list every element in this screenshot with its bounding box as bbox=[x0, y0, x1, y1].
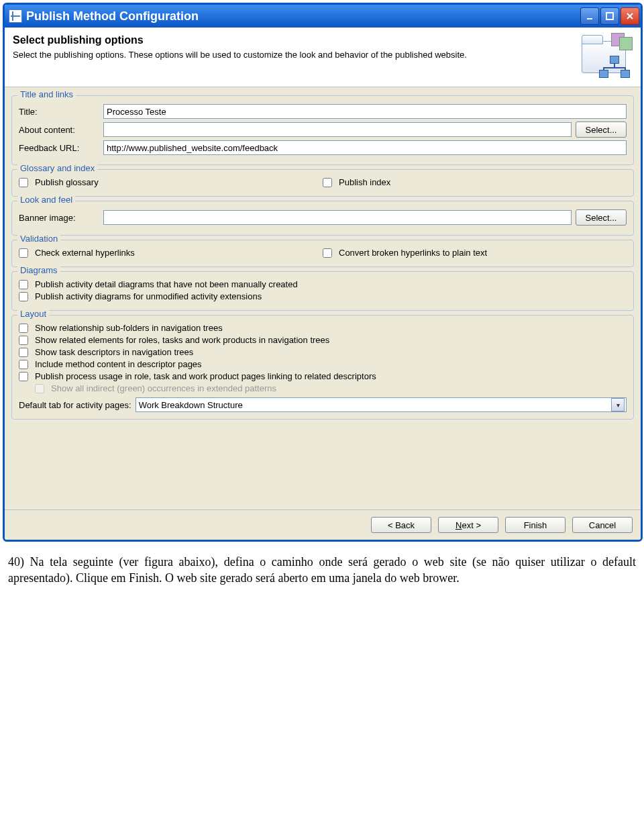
wizard-description: Select the publishing options. These opt… bbox=[13, 49, 574, 61]
group-layout: Layout Show relationship sub-folders in … bbox=[11, 315, 634, 420]
banner-label: Banner image: bbox=[19, 213, 99, 223]
layout-opt1-label: Show relationship sub-folders in navigat… bbox=[35, 323, 223, 333]
svg-rect-0 bbox=[587, 18, 592, 19]
layout-opt3-label: Show task descriptors in navigation tree… bbox=[35, 347, 193, 357]
svg-rect-1 bbox=[606, 13, 613, 19]
publish-index-label: Publish index bbox=[339, 177, 390, 187]
wizard-content: Title and links Title: About content: Se… bbox=[5, 87, 641, 509]
convert-broken-checkbox[interactable] bbox=[323, 248, 332, 258]
group-legend: Look and feel bbox=[17, 195, 75, 205]
group-title-links: Title and links Title: About content: Se… bbox=[11, 95, 634, 165]
default-tab-select[interactable]: Work Breakdown Structure ▾ bbox=[136, 397, 627, 412]
title-input[interactable] bbox=[103, 104, 627, 119]
group-glossary: Glossary and index Publish glossary Publ… bbox=[11, 169, 634, 197]
about-label: About content: bbox=[19, 125, 99, 135]
group-validation: Validation Check external hyperlinks Con… bbox=[11, 240, 634, 267]
group-legend: Title and links bbox=[17, 89, 76, 99]
check-external-label: Check external hyperlinks bbox=[35, 248, 135, 258]
group-legend: Diagrams bbox=[17, 265, 60, 275]
diagrams-opt2-checkbox[interactable] bbox=[19, 292, 28, 301]
diagrams-opt1-checkbox[interactable] bbox=[19, 280, 28, 289]
publish-glossary-checkbox[interactable] bbox=[19, 178, 28, 187]
chevron-down-icon: ▾ bbox=[611, 398, 625, 411]
close-button[interactable] bbox=[621, 7, 639, 25]
minimize-button[interactable] bbox=[580, 7, 599, 25]
wizard-header: Select publishing options Select the pub… bbox=[5, 28, 641, 87]
group-legend: Layout bbox=[17, 309, 49, 319]
app-icon bbox=[9, 9, 22, 23]
group-look: Look and feel Banner image: Select... bbox=[11, 201, 634, 236]
next-button-rest: ext > bbox=[462, 520, 481, 530]
titlebar[interactable]: Publish Method Configuration bbox=[5, 5, 641, 28]
diagrams-opt1-label: Publish activity detail diagrams that ha… bbox=[35, 279, 298, 289]
layout-opt4-checkbox[interactable] bbox=[19, 360, 28, 369]
banner-input[interactable] bbox=[103, 210, 572, 225]
layout-opt1-checkbox[interactable] bbox=[19, 324, 28, 333]
instruction-caption: 40) Na tela seguinte (ver figura abaixo)… bbox=[0, 544, 644, 605]
layout-opt2-label: Show related elements for roles, tasks a… bbox=[35, 335, 329, 345]
publish-index-checkbox[interactable] bbox=[323, 178, 332, 187]
title-label: Title: bbox=[19, 107, 99, 117]
feedback-input[interactable] bbox=[103, 140, 627, 155]
back-button[interactable]: < Back bbox=[371, 517, 431, 533]
about-input[interactable] bbox=[103, 122, 572, 137]
layout-opt5-label: Publish process usage in role, task and … bbox=[35, 371, 376, 381]
layout-opt6-checkbox bbox=[35, 384, 44, 393]
finish-button[interactable]: Finish bbox=[505, 517, 566, 533]
cancel-button[interactable]: Cancel bbox=[572, 517, 633, 533]
wizard-heading: Select publishing options bbox=[13, 34, 574, 46]
layout-opt6-label: Show all indirect (green) occurrences in… bbox=[51, 383, 276, 393]
diagrams-opt2-label: Publish activity diagrams for unmodified… bbox=[35, 291, 262, 301]
group-legend: Validation bbox=[17, 234, 60, 244]
publish-glossary-label: Publish glossary bbox=[35, 177, 99, 187]
default-tab-label: Default tab for activity pages: bbox=[19, 400, 131, 410]
spacer bbox=[10, 424, 635, 504]
group-diagrams: Diagrams Publish activity detail diagram… bbox=[11, 271, 634, 311]
window-title: Publish Method Configuration bbox=[26, 9, 580, 23]
wizard-footer: < Back Next > Finish Cancel bbox=[5, 509, 641, 540]
layout-opt3-checkbox[interactable] bbox=[19, 348, 28, 357]
maximize-button[interactable] bbox=[600, 7, 619, 25]
next-button[interactable]: Next > bbox=[438, 517, 498, 533]
layout-opt2-checkbox[interactable] bbox=[19, 336, 28, 345]
layout-opt5-checkbox[interactable] bbox=[19, 372, 28, 381]
layout-opt4-label: Include method content in descriptor pag… bbox=[35, 359, 202, 369]
check-external-checkbox[interactable] bbox=[19, 248, 28, 258]
dialog-window: Publish Method Configuration Select publ… bbox=[3, 3, 643, 542]
banner-select-button[interactable]: Select... bbox=[576, 209, 627, 226]
feedback-label: Feedback URL: bbox=[19, 143, 99, 153]
default-tab-value: Work Breakdown Structure bbox=[139, 400, 243, 410]
group-legend: Glossary and index bbox=[17, 163, 97, 173]
about-select-button[interactable]: Select... bbox=[576, 121, 627, 138]
convert-broken-label: Convert broken hyperlinks to plain text bbox=[339, 248, 487, 258]
publish-icon bbox=[579, 33, 633, 80]
